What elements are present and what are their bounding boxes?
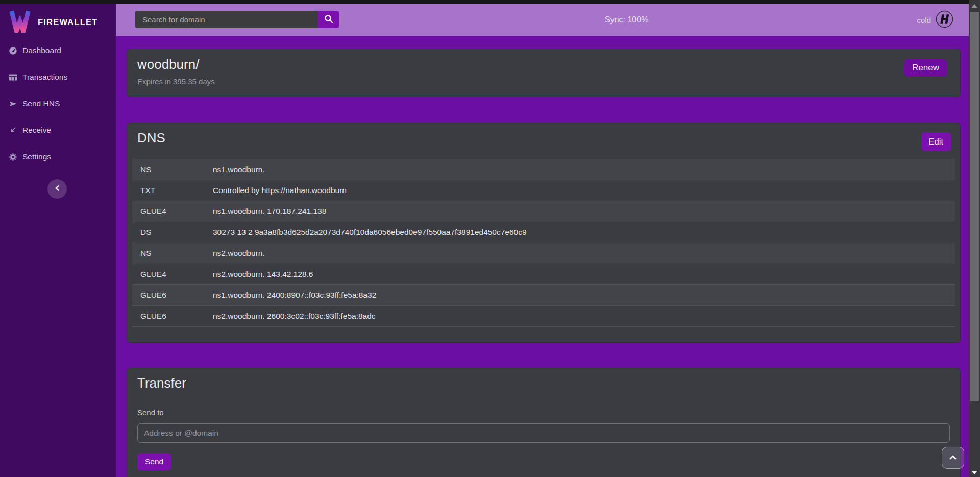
vertical-scrollbar[interactable]: [969, 0, 980, 477]
chevron-left-icon: [54, 184, 61, 194]
domain-expiry: Expires in 395.35 days: [137, 77, 215, 86]
send-transfer-button[interactable]: Send: [137, 453, 171, 470]
renew-button[interactable]: Renew: [904, 59, 947, 77]
handshake-icon: [936, 10, 953, 30]
dns-record-type: TXT: [132, 186, 213, 195]
sidebar-item-label: Dashboard: [22, 46, 61, 55]
sidebar-item-send-hns[interactable]: Send HNS: [0, 90, 116, 117]
dns-record-type: NS: [132, 249, 213, 258]
sidebar-item-label: Send HNS: [22, 99, 60, 108]
dns-card-title: DNS: [137, 130, 165, 146]
sidebar-item-label: Transactions: [22, 73, 67, 82]
edit-dns-button[interactable]: Edit: [921, 132, 951, 151]
transfer-address-input[interactable]: [137, 423, 950, 443]
wallet-name: cold: [917, 16, 931, 25]
dns-record-type: GLUE4: [132, 207, 213, 216]
topbar: Sync: 100% cold: [116, 4, 969, 36]
dns-record-row: NS ns2.woodburn.: [132, 243, 955, 264]
dns-record-row: GLUE6 ns1.woodburn. 2400:8907::f03c:93ff…: [132, 285, 955, 306]
magnifier-icon: [324, 14, 333, 25]
scrollbar-down-arrow-icon[interactable]: [971, 471, 977, 474]
dns-record-value: ns1.woodburn. 2400:8907::f03c:93ff:fe5a:…: [213, 291, 955, 300]
window-top-strip: [0, 0, 969, 4]
wallet-cluster[interactable]: cold: [917, 4, 953, 36]
scrollbar-up-arrow-icon[interactable]: [971, 4, 977, 8]
sync-status: Sync: 100%: [605, 4, 648, 36]
sidebar-item-label: Settings: [22, 152, 51, 161]
chevron-up-icon: [948, 454, 958, 463]
scroll-to-top-button[interactable]: [942, 447, 964, 469]
dns-record-value: ns1.woodburn.: [213, 165, 955, 174]
dns-record-value: ns2.woodburn.: [213, 249, 955, 258]
sidebar-nav: Dashboard Transactions Send HNS: [0, 37, 116, 170]
dns-record-row: DS 30273 13 2 9a3a8fb3d625d2a2073d740f10…: [132, 222, 955, 243]
brand-name: FIREWALLET: [38, 17, 97, 27]
search-button[interactable]: [318, 11, 339, 28]
domain-header-card: woodburn/ Expires in 395.35 days Renew: [127, 49, 961, 97]
dns-record-type: GLUE6: [132, 312, 213, 321]
scrollbar-thumb[interactable]: [970, 12, 979, 401]
sidebar-item-settings[interactable]: Settings: [0, 144, 116, 170]
dns-record-value: ns2.woodburn. 143.42.128.6: [213, 270, 955, 279]
dns-record-value: 30273 13 2 9a3a8fb3d625d2a2073d740f10da6…: [213, 228, 955, 237]
sidebar-item-label: Receive: [22, 126, 51, 135]
send-to-label: Send to: [137, 408, 164, 417]
firewallet-logo-icon: [8, 9, 32, 35]
settings-gear-icon: [8, 153, 17, 161]
dns-record-type: GLUE4: [132, 270, 213, 279]
sidebar-item-receive[interactable]: Receive: [0, 117, 116, 144]
dns-card: DNS Edit NS ns1.woodburn. TXT Controlled…: [127, 123, 961, 343]
transfer-card-title: Transfer: [137, 375, 186, 391]
sidebar-item-transactions[interactable]: Transactions: [0, 64, 116, 90]
domain-search: [135, 11, 339, 28]
dns-record-type: DS: [132, 228, 213, 237]
brand[interactable]: FIREWALLET: [8, 9, 97, 35]
dns-record-value: ns2.woodburn. 2600:3c02::f03c:93ff:fe5a:…: [213, 312, 955, 321]
sidebar: FIREWALLET Dashboard Tran: [0, 4, 116, 477]
dashboard-icon: [8, 46, 17, 55]
receive-icon: [8, 126, 17, 134]
dns-records-table: NS ns1.woodburn. TXT Controlled by https…: [132, 159, 955, 327]
dns-record-type: NS: [132, 165, 213, 174]
sidebar-collapse-button[interactable]: [47, 179, 67, 199]
dns-record-row: NS ns1.woodburn.: [132, 159, 955, 180]
dns-record-row: GLUE6 ns2.woodburn. 2600:3c02::f03c:93ff…: [132, 306, 955, 327]
transactions-icon: [8, 73, 17, 82]
transfer-card: Transfer Send to Send: [127, 368, 961, 477]
sidebar-item-dashboard[interactable]: Dashboard: [0, 37, 116, 64]
send-icon: [8, 100, 17, 108]
dns-record-row: GLUE4 ns1.woodburn. 170.187.241.138: [132, 201, 955, 222]
dns-record-value: Controlled by https://nathan.woodburn: [213, 186, 955, 195]
dns-record-value: ns1.woodburn. 170.187.241.138: [213, 207, 955, 216]
dns-record-type: GLUE6: [132, 291, 213, 300]
dns-record-row: GLUE4 ns2.woodburn. 143.42.128.6: [132, 264, 955, 285]
domain-name: woodburn/: [137, 57, 199, 73]
search-input[interactable]: [135, 11, 318, 28]
dns-record-row: TXT Controlled by https://nathan.woodbur…: [132, 180, 955, 201]
